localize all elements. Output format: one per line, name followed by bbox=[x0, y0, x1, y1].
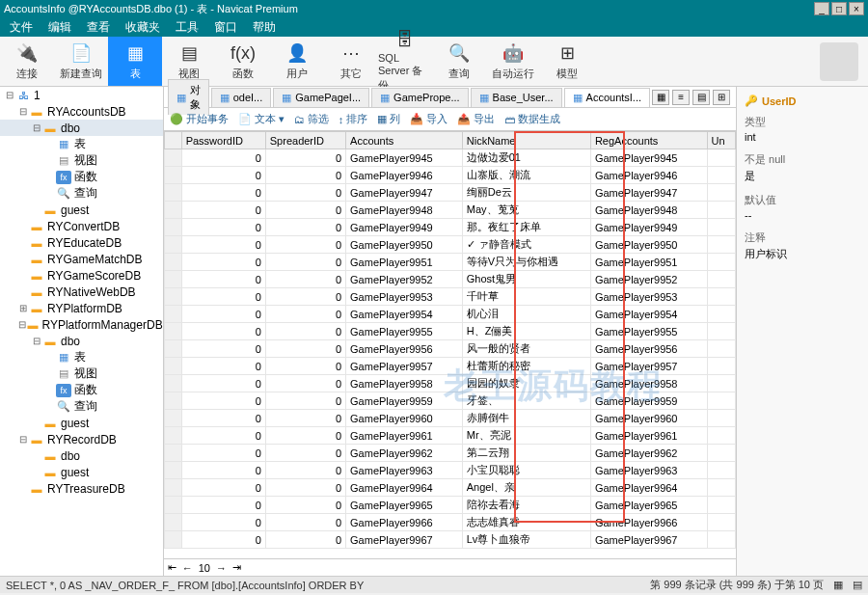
cell[interactable]: GamePlayer9961 bbox=[346, 427, 463, 445]
cell[interactable]: 等待V只为与你相遇 bbox=[462, 254, 590, 271]
row-handle[interactable] bbox=[164, 271, 181, 288]
cell[interactable] bbox=[707, 271, 735, 288]
cell[interactable]: Lv尊卜血狼帝 bbox=[462, 531, 590, 549]
action-导入[interactable]: 📥导入 bbox=[410, 112, 448, 126]
tab-GamePrope...[interactable]: ▦GamePrope... bbox=[371, 88, 468, 107]
cell[interactable]: 志志雄真睿 bbox=[462, 514, 590, 531]
col-PasswordID[interactable]: PasswordID bbox=[181, 132, 265, 149]
action-排序[interactable]: ↕排序 bbox=[339, 112, 368, 126]
cell[interactable]: 0 bbox=[265, 219, 345, 236]
table-row[interactable]: 00GamePlayer9952Ghost鬼男GamePlayer9952 bbox=[164, 271, 735, 288]
cell[interactable] bbox=[707, 531, 735, 549]
cell[interactable]: 0 bbox=[265, 514, 345, 531]
cell[interactable]: GamePlayer9967 bbox=[346, 531, 463, 549]
cell[interactable] bbox=[707, 375, 735, 392]
cell[interactable] bbox=[707, 167, 735, 184]
cell[interactable]: 边做边爱01 bbox=[462, 149, 590, 167]
cell[interactable] bbox=[707, 445, 735, 462]
cell[interactable]: 0 bbox=[181, 236, 265, 254]
cell[interactable]: GamePlayer9957 bbox=[346, 358, 463, 375]
table-row[interactable]: 00GamePlayer9960赤膊倒牛GamePlayer9960 bbox=[164, 410, 735, 427]
tree-node-RYAccountsDB[interactable]: ⊟▬RYAccountsDB bbox=[0, 103, 163, 120]
cell[interactable]: 园园的奴隶 bbox=[462, 375, 590, 392]
tree-node-RYGameMatchDB[interactable]: ▬RYGameMatchDB bbox=[0, 251, 163, 267]
action-文本 ▾[interactable]: 📄文本 ▾ bbox=[238, 112, 285, 126]
cell[interactable] bbox=[707, 392, 735, 410]
table-row[interactable]: 00GamePlayer9950✓ ァ静音模式GamePlayer9950 bbox=[164, 236, 735, 254]
col-RegAccounts[interactable]: RegAccounts bbox=[590, 132, 707, 149]
table-row[interactable]: 00GamePlayer9963小宝贝聪聪GamePlayer9963 bbox=[164, 462, 735, 479]
tab-Base_User...[interactable]: ▦Base_User... bbox=[471, 88, 562, 107]
cell[interactable]: 0 bbox=[265, 184, 345, 202]
row-handle[interactable] bbox=[164, 462, 181, 479]
row-handle[interactable] bbox=[164, 514, 181, 531]
col-Accounts[interactable]: Accounts bbox=[346, 132, 463, 149]
table-row[interactable]: 00GamePlayer9965陪祢去看海GamePlayer9965 bbox=[164, 497, 735, 514]
cell[interactable] bbox=[707, 410, 735, 427]
row-handle[interactable] bbox=[164, 184, 181, 202]
table-row[interactable]: 00GamePlayer9946山寨版、潮流GamePlayer9946 bbox=[164, 167, 735, 184]
cell[interactable]: May、莵莵 bbox=[462, 202, 590, 219]
cell[interactable]: 0 bbox=[265, 167, 345, 184]
toolbar-新建查询[interactable]: 📄新建查询 bbox=[54, 37, 108, 86]
minimize-button[interactable]: _ bbox=[814, 2, 829, 15]
cell[interactable]: GamePlayer9950 bbox=[346, 236, 463, 254]
tree-twisty-icon[interactable]: ⊟ bbox=[31, 122, 42, 133]
row-handle[interactable] bbox=[164, 531, 181, 549]
cell[interactable]: 小宝贝聪聪 bbox=[462, 462, 590, 479]
tree-node-RYConvertDB[interactable]: ▬RYConvertDB bbox=[0, 218, 163, 234]
cell[interactable]: GamePlayer9961 bbox=[590, 427, 707, 445]
cell[interactable]: GamePlayer9952 bbox=[346, 271, 463, 288]
cell[interactable] bbox=[707, 254, 735, 271]
cell[interactable]: 0 bbox=[181, 410, 265, 427]
cell[interactable]: 0 bbox=[265, 236, 345, 254]
row-handle[interactable] bbox=[164, 306, 181, 323]
toolbar-连接[interactable]: 🔌连接 bbox=[0, 37, 54, 86]
cell[interactable]: GamePlayer9945 bbox=[590, 149, 707, 167]
toolbar-SQL Server 备份[interactable]: 🗄SQL Server 备份 bbox=[378, 37, 432, 86]
tree-node-RYRecordDB[interactable]: ⊟▬RYRecordDB bbox=[0, 431, 163, 447]
cell[interactable]: 0 bbox=[181, 288, 265, 306]
cell[interactable]: Mr、亮泥 bbox=[462, 427, 590, 445]
tree-node-guest[interactable]: ▬guest bbox=[0, 415, 163, 431]
menu-帮助[interactable]: 帮助 bbox=[253, 19, 276, 36]
cell[interactable]: H、Z俪美 bbox=[462, 323, 590, 340]
action-开始事务[interactable]: 🟢开始事务 bbox=[170, 112, 229, 126]
cell[interactable]: 0 bbox=[265, 445, 345, 462]
toolbar-函数[interactable]: f(x)函数 bbox=[216, 37, 270, 86]
tree-node-guest[interactable]: ▬guest bbox=[0, 464, 163, 480]
cell[interactable]: GamePlayer9960 bbox=[346, 410, 463, 427]
cell[interactable]: 0 bbox=[265, 427, 345, 445]
menu-窗口[interactable]: 窗口 bbox=[214, 19, 237, 36]
cell[interactable] bbox=[707, 462, 735, 479]
tree-node-视图[interactable]: ▤视图 bbox=[0, 365, 163, 382]
cell[interactable]: 0 bbox=[265, 479, 345, 497]
cell[interactable]: GamePlayer9959 bbox=[590, 392, 707, 410]
menu-收藏夹[interactable]: 收藏夹 bbox=[125, 19, 160, 36]
cell[interactable]: 千叶草 bbox=[462, 288, 590, 306]
tree-node-RYPlatformManagerDB[interactable]: ⊟▬RYPlatformManagerDB bbox=[0, 316, 163, 333]
close-button[interactable]: × bbox=[849, 2, 864, 15]
cell[interactable]: GamePlayer9957 bbox=[590, 358, 707, 375]
cell[interactable] bbox=[707, 202, 735, 219]
tree-node-视图[interactable]: ▤视图 bbox=[0, 152, 163, 169]
cell[interactable]: 第二云翔 bbox=[462, 445, 590, 462]
row-handle[interactable] bbox=[164, 392, 181, 410]
cell[interactable] bbox=[707, 427, 735, 445]
cell[interactable] bbox=[707, 288, 735, 306]
col-SpreaderID[interactable]: SpreaderID bbox=[265, 132, 345, 149]
data-grid[interactable]: PasswordIDSpreaderIDAccountsNickNameRegA… bbox=[164, 131, 736, 549]
table-row[interactable]: 00GamePlayer9955H、Z俪美GamePlayer9955 bbox=[164, 323, 735, 340]
connection-tree[interactable]: ⊟🖧1⊟▬RYAccountsDB⊟▬dbo▦表▤视图fx函数🔍查询▬guest… bbox=[0, 87, 164, 576]
cell[interactable]: 0 bbox=[181, 184, 265, 202]
cell[interactable] bbox=[707, 479, 735, 497]
table-row[interactable]: 00GamePlayer9951等待V只为与你相遇GamePlayer9951 bbox=[164, 254, 735, 271]
cell[interactable]: GamePlayer9946 bbox=[346, 167, 463, 184]
maximize-button[interactable]: □ bbox=[831, 2, 847, 15]
cell[interactable]: 0 bbox=[181, 202, 265, 219]
tree-node-RYNativeWebDB[interactable]: ▬RYNativeWebDB bbox=[0, 284, 163, 300]
view-grid-icon[interactable]: ⊞ bbox=[713, 90, 730, 105]
cell[interactable]: 0 bbox=[181, 479, 265, 497]
cell[interactable]: 0 bbox=[181, 254, 265, 271]
cell[interactable]: 0 bbox=[265, 358, 345, 375]
